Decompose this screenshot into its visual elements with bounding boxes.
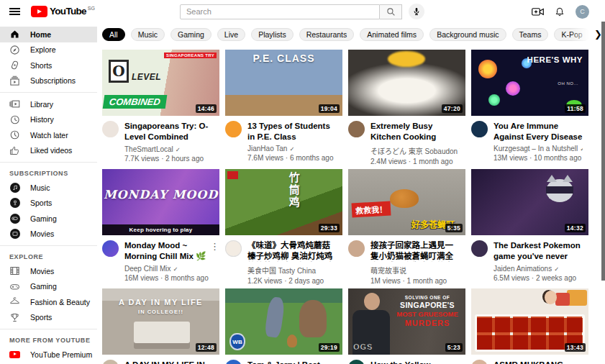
video-thumbnail[interactable]: SOLVING ONE OF SINGAPORE'S MOST GRUESOME…	[348, 288, 465, 355]
chip-gaming[interactable]: Gaming	[170, 28, 211, 41]
sidebar-item-library[interactable]: Library	[0, 96, 97, 112]
video-title[interactable]: Singaporeans Try: O-Level Combined Scien…	[124, 121, 214, 142]
more-options-icon[interactable]: ⋮	[210, 242, 219, 251]
create-video-icon[interactable]	[532, 6, 544, 17]
video-title[interactable]: You Are Immune Against Every Disease	[493, 121, 583, 142]
sidebar-sub-sports[interactable]: Sports	[0, 196, 97, 211]
sidebar-item-explore[interactable]: Explore	[0, 42, 97, 58]
channel-name[interactable]: Deep Chill Mix✓	[124, 265, 214, 273]
chip-music[interactable]: Music	[131, 28, 165, 41]
chip-teams[interactable]: Teams	[512, 28, 549, 41]
sidebar-explore-fashion[interactable]: Fashion & Beauty	[0, 294, 97, 310]
video-meta: 6.5M views · 2 weeks ago	[493, 274, 583, 282]
video-thumbnail[interactable]: P.E. CLASS 19:04	[225, 50, 342, 116]
verified-icon: ✓	[176, 146, 181, 153]
video-thumbnail[interactable]: 47:20	[348, 50, 465, 116]
video-thumbnail[interactable]: 13:43	[471, 288, 588, 355]
channel-avatar[interactable]	[225, 121, 242, 137]
sidebar-item-subscriptions[interactable]: Subscriptions	[0, 73, 97, 89]
video-thumbnail[interactable]: A DAY IN MY LIFE IN COLLEGE!! 12:48	[102, 288, 219, 355]
channel-avatar[interactable]	[471, 240, 488, 257]
explore-header: EXPLORE	[0, 250, 97, 263]
video-thumbnail[interactable]: 救救我！ 好多苍蝇叮~ 5:35	[348, 169, 465, 235]
channel-avatar[interactable]	[348, 360, 365, 364]
channel-name[interactable]: TheSmartLocal✓	[124, 145, 214, 153]
channel-avatar[interactable]	[102, 240, 119, 257]
chip-background-music[interactable]: Background music	[429, 28, 506, 41]
video-duration: 14:32	[565, 224, 586, 232]
youtube-logo[interactable]: YouTube SG	[31, 6, 95, 17]
video-title[interactable]: ASMR MUKBANG...	[493, 360, 583, 364]
video-thumbnail[interactable]: WB 29:19	[225, 288, 342, 355]
channel-name[interactable]: Jaiden Animations✓	[493, 265, 583, 273]
sidebar-sub-gaming[interactable]: Gaming	[0, 211, 97, 227]
account-avatar[interactable]: C	[576, 5, 589, 19]
video-thumbnail[interactable]: 竹筒鸡 29:33	[225, 169, 342, 235]
video-title[interactable]: 13 Types of Students in P.E. Class	[247, 121, 337, 142]
video-thumbnail[interactable]: MONDAY MOOD Keep hovering to play	[102, 169, 219, 235]
video-card: HERE'S WHY OH NO... 11:58 You Are Immune…	[471, 50, 588, 169]
video-title[interactable]: 《味道》大骨鸡炖蘑菇 榛子炒鸡柳 臭油灯炖鸡 竹筒烤鸡 大"鸡"大利 今晚...	[247, 240, 337, 262]
channel-avatar[interactable]	[102, 121, 119, 137]
thumbnail-overlay-text: HERE'S WHY	[527, 55, 583, 64]
video-title[interactable]: How the Yellow... Body Parts...	[370, 360, 460, 364]
channel-avatar[interactable]	[471, 360, 488, 364]
sidebar-item-watch-later[interactable]: Watch later	[0, 127, 97, 143]
channel-name[interactable]: JianHao Tan✓	[247, 145, 337, 153]
verified-icon: ✓	[173, 265, 178, 273]
video-title[interactable]: Monday Mood ~ Morning Chill Mix 🌿 Englis…	[124, 240, 214, 262]
sidebar-explore-movies[interactable]: Movies	[0, 263, 97, 279]
hamburger-menu-icon[interactable]	[9, 8, 20, 15]
search-button[interactable]	[380, 4, 402, 19]
sidebar-item-youtube-premium[interactable]: YouTube Premium	[0, 347, 97, 363]
video-card: 13:43 ASMR MUKBANG...	[471, 288, 588, 364]
thumbnail-overlay-text: A DAY IN MY LIFE	[102, 298, 219, 306]
sidebar-sub-music[interactable]: Music	[0, 180, 97, 196]
channel-name[interactable]: 萌宠故事说	[370, 265, 460, 276]
shorts-icon	[9, 60, 20, 70]
video-title[interactable]: The Darkest Pokemon game you've never pl…	[493, 240, 583, 262]
video-meta: 1M views · 1 month ago	[370, 277, 460, 285]
more-from-youtube-header: MORE FROM YOUTUBE	[0, 333, 97, 347]
notifications-bell-icon[interactable]	[555, 6, 565, 17]
channel-avatar[interactable]	[225, 240, 242, 257]
channel-name[interactable]: 美食中国 Tasty China	[247, 265, 337, 276]
video-duration: 5:23	[445, 343, 463, 352]
sidebar-explore-gaming[interactable]: Gaming	[0, 279, 97, 295]
search-input[interactable]	[180, 4, 380, 19]
chip-all[interactable]: All	[102, 28, 125, 41]
channel-avatar[interactable]	[348, 121, 365, 137]
channel-name[interactable]: Kurzgesagt – In a Nutshell✓	[493, 145, 583, 153]
trophy-icon	[9, 312, 20, 323]
channel-name[interactable]: そぼろどん 東京 Sobaudon Tokyo	[370, 145, 460, 156]
video-title[interactable]: 接孩子回家路上遇見一隻小奶猫被蒼蝇叮满全身，成了它们產卵的窝巢...	[370, 240, 460, 262]
sidebar-explore-sports[interactable]: Sports	[0, 310, 97, 326]
video-thumbnail[interactable]: SINGAPOREANS TRY O LEVEL COMBINED 14:46	[102, 50, 219, 116]
video-thumbnail[interactable]: HERE'S WHY OH NO... 11:58	[471, 50, 588, 116]
music-channel-icon	[10, 183, 20, 193]
thumbnail-overlay-text: LEVEL	[132, 72, 161, 82]
chip-live[interactable]: Live	[217, 28, 245, 41]
video-duration: 5:35	[445, 224, 463, 232]
channel-avatar[interactable]	[102, 360, 119, 364]
channel-avatar[interactable]	[471, 121, 488, 137]
sidebar-item-shorts[interactable]: Shorts	[0, 58, 97, 73]
video-thumbnail[interactable]: 14:32	[471, 169, 588, 235]
sidebar-item-home[interactable]: Home	[0, 27, 97, 42]
video-title[interactable]: A DAY IN MY LIFE IN COLLEGE (NUS)	[124, 360, 214, 364]
chip-animated-films[interactable]: Animated films	[360, 28, 424, 41]
mic-button[interactable]	[409, 4, 424, 19]
channel-avatar[interactable]	[348, 240, 365, 257]
video-title[interactable]: Extremely Busy Kitchen Cooking Chinese F…	[370, 121, 460, 142]
raccoon-graphic	[546, 179, 573, 202]
sidebar-item-history[interactable]: History	[0, 112, 97, 128]
chip-restaurants[interactable]: Restaurants	[299, 28, 355, 41]
channel-avatar[interactable]	[225, 360, 242, 364]
sidebar-item-liked-videos[interactable]: Liked videos	[0, 143, 97, 159]
controller-icon	[9, 281, 20, 292]
sidebar-sub-movies[interactable]: Movies	[0, 227, 97, 242]
chip-playlists[interactable]: Playlists	[251, 28, 294, 41]
scrollbar[interactable]	[601, 22, 605, 281]
video-title[interactable]: Tom & Jerry | Best Buddies	[247, 360, 337, 364]
video-meta: 1.2K views · 2 days ago	[247, 277, 337, 285]
